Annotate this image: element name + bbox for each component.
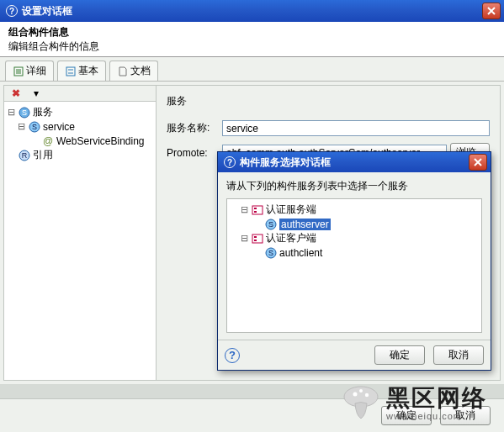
- modal-node-auth-server[interactable]: ⊟ 认证服务端: [229, 203, 480, 217]
- tree-node-binding[interactable]: @ WebServiceBinding: [6, 134, 154, 148]
- modal-close-button[interactable]: [469, 154, 487, 171]
- svg-text:S: S: [268, 220, 273, 229]
- tab-basic-label: 基本: [78, 64, 98, 78]
- app-icon: ?: [5, 4, 19, 18]
- modal-node-auth-client[interactable]: ⊟ 认证客户端: [229, 231, 480, 245]
- tree-node-service[interactable]: ⊟ S service: [6, 119, 154, 134]
- component-icon: [252, 233, 263, 245]
- modal-cancel-button[interactable]: 取消: [433, 345, 484, 365]
- left-toolbar: ✖ ▾: [4, 86, 156, 102]
- detail-icon: [13, 66, 24, 77]
- modal-dialog: ? 构件服务选择对话框 请从下列的构件服务列表中选择一个服务 ⊟ 认证服务端 S…: [217, 151, 491, 371]
- bottom-bar: 确定 取消: [0, 398, 504, 432]
- tree-node-services[interactable]: ⊟ S 服务: [6, 105, 154, 119]
- svg-rect-13: [252, 234, 263, 243]
- cancel-button[interactable]: 取消: [440, 406, 491, 425]
- svg-text:S: S: [22, 108, 27, 117]
- toolbar-dropdown-icon[interactable]: ▾: [30, 87, 42, 99]
- tab-doc-label: 文档: [130, 64, 151, 78]
- svg-text:S: S: [32, 123, 37, 131]
- svg-point-20: [353, 392, 358, 397]
- left-pane: ✖ ▾ ⊟ S 服务 ⊟ S service @ WebServiceBindi…: [3, 85, 157, 381]
- svg-rect-9: [254, 208, 257, 209]
- promote-label: Promote:: [167, 147, 219, 159]
- svg-text:S: S: [268, 249, 273, 257]
- svg-rect-14: [254, 236, 257, 238]
- tab-doc[interactable]: 文档: [109, 61, 158, 81]
- close-icon: [473, 157, 483, 167]
- svg-point-21: [365, 393, 369, 397]
- help-icon[interactable]: ?: [225, 348, 240, 363]
- row-service-name: 服务名称:: [167, 120, 490, 136]
- modal-footer: ? 确定 取消: [218, 340, 491, 370]
- modal-instruction: 请从下列的构件服务列表中选择一个服务: [226, 179, 482, 193]
- tabbar: 详细 基本 文档: [0, 57, 504, 82]
- tab-basic[interactable]: 基本: [57, 61, 106, 81]
- reference-icon: R: [19, 150, 30, 161]
- svg-text:R: R: [22, 151, 28, 160]
- modal-title: 构件服务选择对话框: [240, 155, 469, 170]
- delete-icon[interactable]: ✖: [10, 87, 22, 99]
- svg-rect-15: [254, 240, 257, 241]
- window-title: 设置对话框: [22, 4, 482, 18]
- modal-app-icon: ?: [223, 155, 236, 169]
- service-icon: S: [265, 247, 277, 259]
- section-title: 服务: [167, 94, 490, 108]
- tree-node-reference[interactable]: R 引用: [6, 148, 154, 162]
- binding-icon: @: [42, 135, 54, 147]
- service-icon: S: [265, 219, 277, 230]
- window-close-button[interactable]: [482, 3, 501, 19]
- service-name-input[interactable]: [222, 120, 490, 136]
- header-subtitle: 编辑组合构件的信息: [8, 40, 496, 54]
- header-banner: 组合构件信息 编辑组合构件的信息: [0, 22, 504, 57]
- svg-rect-1: [66, 67, 75, 76]
- left-tree[interactable]: ⊟ S 服务 ⊟ S service @ WebServiceBinding R…: [4, 102, 156, 380]
- svg-rect-10: [254, 211, 257, 213]
- modal-tree[interactable]: ⊟ 认证服务端 S authserver ⊟ 认证客户端 S authclien…: [226, 198, 482, 333]
- svg-point-22: [359, 389, 363, 392]
- modal-node-authclient[interactable]: S authclient: [229, 245, 480, 260]
- modal-body: 请从下列的构件服务列表中选择一个服务 ⊟ 认证服务端 S authserver …: [218, 172, 491, 340]
- modal-titlebar: ? 构件服务选择对话框: [218, 152, 491, 172]
- modal-ok-button[interactable]: 确定: [374, 345, 425, 365]
- service-group-icon: S: [19, 107, 30, 119]
- basic-icon: [65, 66, 77, 77]
- ok-button[interactable]: 确定: [381, 406, 432, 425]
- tab-detail[interactable]: 详细: [5, 61, 54, 81]
- modal-node-authserver[interactable]: S authserver: [229, 217, 480, 231]
- window-titlebar: ? 设置对话框: [0, 0, 504, 22]
- header-title: 组合构件信息: [8, 25, 496, 40]
- close-icon: [486, 6, 496, 16]
- component-icon: [252, 204, 263, 216]
- tab-detail-label: 详细: [26, 64, 46, 78]
- service-icon: S: [29, 121, 40, 133]
- doc-icon: [117, 66, 129, 77]
- service-name-label: 服务名称:: [167, 121, 219, 135]
- svg-rect-8: [252, 206, 263, 214]
